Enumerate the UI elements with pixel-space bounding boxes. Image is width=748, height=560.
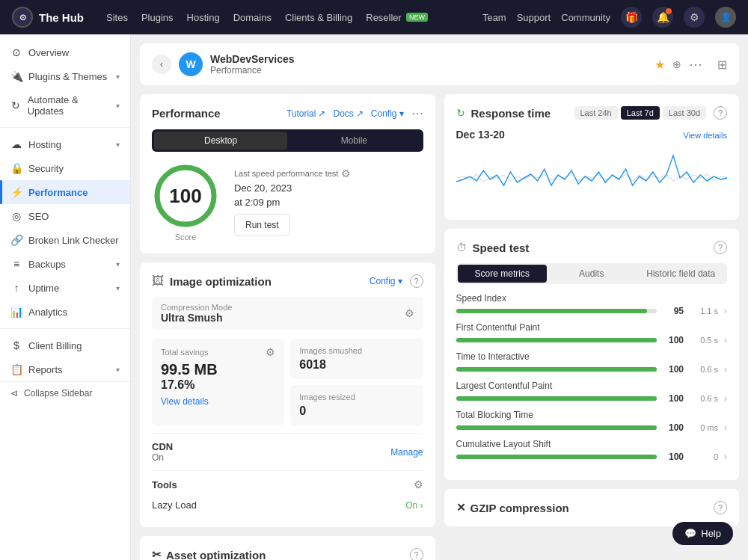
- tools-section-header: Tools ⚙: [152, 470, 423, 495]
- top-navigation: ⊙ The Hub Sites Plugins Hosting Domains …: [0, 0, 748, 34]
- image-optimization-card: 🖼 Image optimization Config ▾ ? Compr: [140, 262, 435, 527]
- site-subtitle: Performance: [210, 65, 647, 76]
- nav-community[interactable]: Community: [561, 12, 610, 23]
- images-smushed-col: Images smushed 6018 Images resized 0: [290, 339, 423, 425]
- nav-team[interactable]: Team: [482, 12, 506, 23]
- nav-plugins[interactable]: Plugins: [141, 12, 174, 23]
- metric-bar: [456, 309, 657, 313]
- metric-chevron-icon[interactable]: ›: [724, 335, 727, 345]
- savings-settings-icon[interactable]: ⚙: [266, 346, 275, 358]
- audits-tab[interactable]: Audits: [547, 265, 637, 283]
- image-opt-help-icon[interactable]: ?: [410, 274, 423, 288]
- metric-row: Cumulative Layout Shift 100 0 ›: [456, 439, 728, 462]
- response-view-details[interactable]: View details: [684, 131, 728, 140]
- image-config-link[interactable]: Config ▾: [370, 276, 402, 286]
- collapse-sidebar-button[interactable]: ⊲ Collapse Sidebar: [0, 382, 130, 404]
- asset-icon: ✂: [152, 548, 162, 560]
- view-details-link[interactable]: View details: [161, 396, 209, 407]
- perf-settings-icon[interactable]: ⚙: [341, 167, 351, 179]
- docs-link[interactable]: Docs ↗: [333, 108, 363, 119]
- gzip-help-icon[interactable]: ?: [714, 501, 727, 514]
- response-time-help-icon[interactable]: ?: [714, 106, 727, 120]
- lazy-load-row: Lazy Load On ›: [152, 495, 423, 515]
- sidebar-item-client-billing[interactable]: $ Client Billing: [0, 333, 130, 357]
- help-button[interactable]: 💬 Help: [672, 522, 733, 545]
- sidebar-divider: [0, 127, 130, 128]
- score-metrics-tab[interactable]: Score metrics: [458, 265, 548, 283]
- metric-chevron-icon[interactable]: ›: [724, 452, 727, 462]
- wordpress-icon[interactable]: ⊕: [672, 58, 681, 70]
- nav-sites[interactable]: Sites: [106, 12, 128, 23]
- tutorial-link[interactable]: Tutorial ↗: [286, 108, 326, 119]
- nav-clients-billing[interactable]: Clients & Billing: [285, 12, 352, 23]
- sidebar-item-analytics[interactable]: 📊 Analytics: [0, 300, 130, 324]
- compression-info: Compression Mode Ultra Smush: [161, 303, 232, 324]
- gift-icon-button[interactable]: 🎁: [621, 7, 642, 28]
- asset-opt-header: ✂ Asset optimization ?: [152, 548, 423, 560]
- last-24h-filter[interactable]: Last 24h: [574, 106, 618, 120]
- sidebar-item-overview[interactable]: ⊙ Overview: [0, 40, 130, 64]
- last-7d-filter[interactable]: Last 7d: [621, 106, 660, 120]
- metric-row: Time to Interactive 100 0.6 s ›: [456, 351, 728, 375]
- mobile-tab[interactable]: Mobile: [287, 132, 420, 150]
- user-avatar[interactable]: 👤: [715, 7, 736, 28]
- notification-icon-button[interactable]: 🔔: [652, 7, 673, 28]
- favorite-icon[interactable]: ★: [654, 58, 665, 72]
- desktop-tab[interactable]: Desktop: [154, 132, 287, 150]
- app-layout: ⊙ Overview 🔌 Plugins & Themes ▾ ↻ Automa…: [0, 34, 748, 560]
- historic-field-data-tab[interactable]: Historic field data: [637, 265, 726, 283]
- last-30d-filter[interactable]: Last 30d: [663, 106, 706, 120]
- gzip-icon: ✕: [456, 501, 466, 514]
- sidebar-item-uptime[interactable]: ↑ Uptime ▾: [0, 276, 130, 300]
- speed-test-help-icon[interactable]: ?: [714, 241, 727, 254]
- compression-settings-icon[interactable]: ⚙: [405, 307, 414, 319]
- broken-link-icon: 🔗: [10, 234, 22, 246]
- lazy-load-status[interactable]: On ›: [405, 500, 423, 511]
- sidebar-item-security[interactable]: 🔒 Security: [0, 156, 130, 180]
- sidebar-item-seo[interactable]: ◎ SEO: [0, 204, 130, 228]
- cdn-section: CDN On Manage: [152, 433, 423, 470]
- run-test-button[interactable]: Run test: [234, 214, 290, 236]
- layout-icon[interactable]: ⊞: [717, 58, 727, 72]
- notification-dot: [666, 8, 672, 14]
- billing-icon: $: [10, 339, 22, 351]
- sidebar-item-plugins-themes[interactable]: 🔌 Plugins & Themes ▾: [0, 64, 130, 88]
- sidebar-item-hosting[interactable]: ☁ Hosting ▾: [0, 132, 130, 156]
- back-button[interactable]: ‹: [152, 55, 171, 74]
- sidebar-item-reports[interactable]: 📋 Reports ▾: [0, 357, 130, 381]
- performance-more-button[interactable]: ⋯: [411, 106, 423, 120]
- tools-settings-icon[interactable]: ⚙: [414, 479, 423, 490]
- logo[interactable]: ⊙ The Hub: [12, 7, 84, 28]
- lazy-load-label: Lazy Load: [152, 499, 197, 511]
- metric-chevron-icon[interactable]: ›: [724, 393, 727, 404]
- compression-label: Compression Mode: [161, 303, 232, 312]
- metric-chevron-icon[interactable]: ›: [724, 364, 727, 375]
- smushed-label: Images smushed: [299, 346, 414, 355]
- sidebar-item-automate-updates[interactable]: ↻ Automate & Updates ▾: [0, 88, 130, 123]
- config-link[interactable]: Config ▾: [371, 108, 404, 119]
- site-name: WebDevServices: [210, 53, 647, 65]
- sidebar: ⊙ Overview 🔌 Plugins & Themes ▾ ↻ Automa…: [0, 34, 131, 560]
- metrics-list: Speed Index 95 1.1 s › First Contentful …: [456, 293, 728, 462]
- metric-row: Speed Index 95 1.1 s ›: [456, 293, 728, 316]
- asset-opt-help-icon[interactable]: ?: [410, 548, 423, 560]
- chevron-icon: ▾: [116, 141, 120, 149]
- metric-time: 0.6 s: [690, 365, 718, 374]
- response-time-card: ↻ Response time Last 24h Last 7d Last 30…: [444, 94, 740, 220]
- settings-icon-button[interactable]: ⚙: [684, 7, 705, 28]
- nav-support[interactable]: Support: [517, 12, 551, 23]
- image-opt-title-area: 🖼 Image optimization: [152, 274, 272, 288]
- cdn-manage-link[interactable]: Manage: [390, 447, 423, 458]
- nav-hosting[interactable]: Hosting: [187, 12, 220, 23]
- metric-chevron-icon[interactable]: ›: [724, 422, 727, 433]
- savings-mb: 99.5 MB: [161, 361, 275, 378]
- test-time: at 2:09 pm: [234, 197, 423, 208]
- more-options-icon[interactable]: ⋯: [689, 56, 702, 73]
- nav-domains[interactable]: Domains: [233, 12, 272, 23]
- sidebar-item-performance[interactable]: ⚡ Performance: [0, 180, 130, 204]
- nav-reseller[interactable]: Reseller NEW: [366, 12, 428, 23]
- sidebar-item-broken-link-checker[interactable]: 🔗 Broken Link Checker: [0, 228, 130, 252]
- sidebar-item-backups[interactable]: ≡ Backups ▾: [0, 252, 130, 276]
- metric-chevron-icon[interactable]: ›: [724, 306, 727, 316]
- resized-value: 0: [299, 404, 414, 418]
